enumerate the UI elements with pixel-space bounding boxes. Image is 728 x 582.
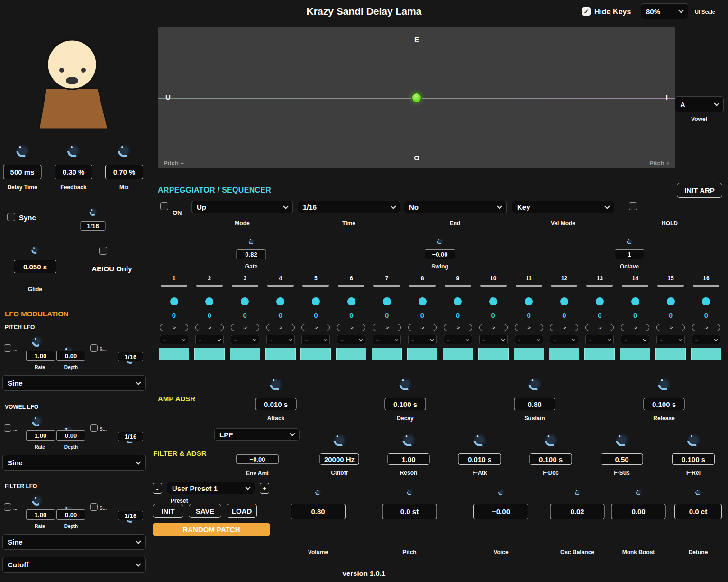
step-mod-dropdown[interactable]: – <box>160 335 188 344</box>
step-toggle[interactable] <box>312 297 320 305</box>
init-button[interactable]: INIT <box>153 504 183 518</box>
step-velocity-bar[interactable] <box>478 348 509 360</box>
step-value[interactable]: 0 <box>562 311 566 320</box>
arp-on-checkbox[interactable] <box>160 202 168 210</box>
step-tie-button[interactable]: -> <box>337 324 365 331</box>
filter-reson-value[interactable]: 1.00 <box>388 453 430 465</box>
step-velocity-bar[interactable] <box>407 348 437 360</box>
step-toggle[interactable] <box>170 297 178 305</box>
filter-type-dropdown[interactable]: LPF <box>214 428 300 441</box>
feedback-value[interactable]: 0.30 % <box>55 165 92 179</box>
step-value[interactable]: 0 <box>385 311 389 320</box>
filter-decay-value[interactable]: 0.100 s <box>530 453 572 465</box>
step-tie-button[interactable]: -> <box>408 324 437 331</box>
step-velocity-bar[interactable] <box>655 348 686 360</box>
step-value[interactable]: 0 <box>208 311 211 320</box>
pad-position-dot[interactable] <box>411 92 422 103</box>
arp-time-dropdown[interactable]: 1/16 <box>298 201 400 213</box>
step-mod-dropdown[interactable]: – <box>444 335 472 344</box>
amp-decay-value[interactable]: 0.100 s <box>385 398 426 410</box>
sync-div-knob[interactable] <box>89 208 97 216</box>
lfo-sync-checkbox[interactable] <box>90 344 98 352</box>
step-toggle[interactable] <box>241 297 249 305</box>
step-mod-dropdown[interactable]: – <box>408 335 437 344</box>
step-value[interactable]: 0 <box>633 311 637 320</box>
step-slider[interactable] <box>338 285 364 287</box>
lfo-rate-value[interactable]: 1.00 <box>26 351 55 361</box>
filter-attack-value[interactable]: 0.010 s <box>458 453 501 465</box>
volume-value[interactable]: 0.80 <box>291 504 346 519</box>
step-mod-dropdown[interactable]: – <box>585 335 614 344</box>
lfo-depth-value[interactable]: 0.00 <box>56 509 85 520</box>
step-value[interactable]: 0 <box>243 311 247 320</box>
step-value[interactable]: 0 <box>420 311 424 320</box>
step-mod-dropdown[interactable]: – <box>373 335 401 344</box>
osc-balance-value[interactable]: 0.02 <box>550 504 605 519</box>
preset-next-button[interactable]: + <box>260 483 269 494</box>
vowel-xy-pad[interactable]: E U I O Pitch – Pitch + <box>158 27 675 168</box>
hide-keys-checkbox[interactable]: ✓ <box>582 7 591 16</box>
load-button[interactable]: LOAD <box>227 504 257 518</box>
step-tie-button[interactable]: -> <box>231 324 259 331</box>
step-value[interactable]: 0 <box>278 311 282 320</box>
step-slider[interactable] <box>586 285 613 287</box>
swing-knob[interactable] <box>437 239 443 244</box>
mix-value[interactable]: 0.70 % <box>105 165 143 179</box>
filter-decay-knob[interactable] <box>545 434 557 446</box>
step-mod-dropdown[interactable]: – <box>621 335 649 344</box>
step-tie-button[interactable]: -> <box>373 324 401 331</box>
ui-scale-dropdown[interactable]: 80% <box>641 3 688 19</box>
lfo-sync-checkbox[interactable] <box>90 424 98 432</box>
detune-value[interactable]: 0.0 ct <box>674 504 722 519</box>
step-velocity-bar[interactable] <box>514 348 544 360</box>
osc-balance-knob[interactable] <box>574 490 580 495</box>
step-slider[interactable] <box>551 285 577 287</box>
detune-knob[interactable] <box>695 490 701 495</box>
aeiou-only-checkbox[interactable] <box>99 247 107 255</box>
step-toggle[interactable] <box>489 297 497 305</box>
lfo-shape-dropdown[interactable]: Sine <box>2 455 146 471</box>
step-mod-dropdown[interactable]: – <box>266 335 295 344</box>
lfo-div-value[interactable]: 1/16 <box>118 352 143 361</box>
step-slider[interactable] <box>302 285 329 287</box>
random-patch-button[interactable]: RANDOM PATCH <box>153 523 270 536</box>
step-value[interactable]: 0 <box>349 311 353 320</box>
step-velocity-bar[interactable] <box>194 348 225 360</box>
step-mod-dropdown[interactable]: – <box>656 335 685 344</box>
lfo-sync-checkbox[interactable] <box>90 503 98 511</box>
preset-dropdown[interactable]: User Preset 1 <box>167 482 255 494</box>
amp-sustain-value[interactable]: 0.80 <box>514 398 555 410</box>
step-velocity-bar[interactable] <box>584 348 615 360</box>
glide-knob[interactable] <box>31 246 39 254</box>
step-slider[interactable] <box>516 285 542 287</box>
step-tie-button[interactable]: -> <box>195 324 224 331</box>
step-mod-dropdown[interactable]: – <box>337 335 365 344</box>
step-tie-button[interactable]: -> <box>301 324 330 331</box>
step-value[interactable]: 0 <box>456 311 460 320</box>
lfo-div-value[interactable]: 1/16 <box>118 432 143 441</box>
filter-attack-knob[interactable] <box>473 434 486 446</box>
step-velocity-bar[interactable] <box>443 348 473 360</box>
preset-prev-button[interactable]: - <box>153 483 162 494</box>
step-velocity-bar[interactable] <box>159 348 189 360</box>
step-toggle[interactable] <box>560 297 568 305</box>
lfo-shape-dropdown[interactable]: Sine <box>2 534 146 550</box>
delay-time-value[interactable]: 500 ms <box>3 165 42 179</box>
pitch-knob[interactable] <box>407 490 412 495</box>
step-velocity-bar[interactable] <box>372 348 402 360</box>
lfo-div-value[interactable]: 1/16 <box>118 511 143 520</box>
filter-sustain-knob[interactable] <box>616 434 628 446</box>
step-slider[interactable] <box>480 285 507 287</box>
step-toggle[interactable] <box>454 297 462 305</box>
step-slider[interactable] <box>693 285 719 287</box>
step-toggle[interactable] <box>347 297 355 305</box>
step-velocity-bar[interactable] <box>691 348 721 360</box>
step-slider[interactable] <box>657 285 684 287</box>
voice-value[interactable]: −0.00 <box>473 504 528 519</box>
step-slider[interactable] <box>622 285 648 287</box>
step-value[interactable]: 0 <box>598 311 601 320</box>
step-toggle[interactable] <box>276 297 284 305</box>
lfo-rate-value[interactable]: 1.00 <box>26 509 55 520</box>
arp-mode-dropdown[interactable]: Up <box>191 201 293 213</box>
step-tie-button[interactable]: -> <box>515 324 543 331</box>
